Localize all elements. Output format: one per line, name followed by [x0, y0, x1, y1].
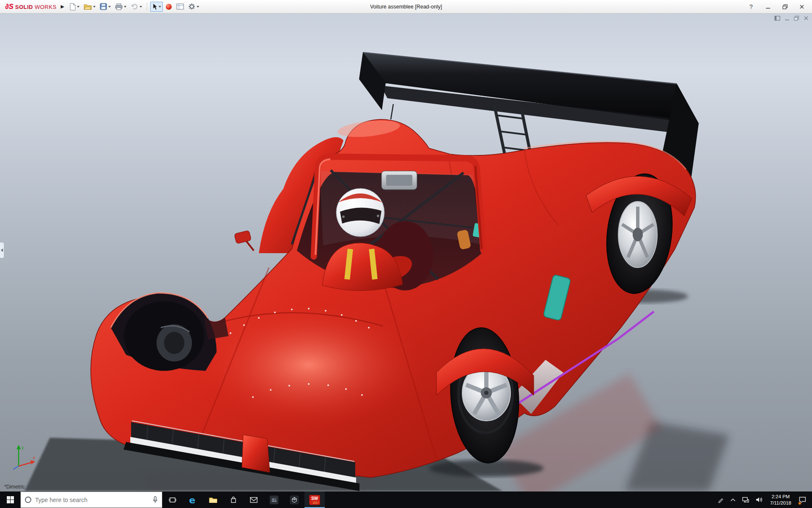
view-orientation-label: *Dimetric: [4, 484, 25, 490]
photos-button[interactable]: [264, 491, 284, 508]
side-mirror: [234, 230, 252, 244]
task-view-icon: [169, 497, 176, 503]
sw-badge-year: 2017: [313, 501, 319, 504]
network-tray-button[interactable]: [739, 491, 752, 508]
edge-button[interactable]: e: [183, 491, 203, 508]
start-button[interactable]: [0, 491, 20, 508]
orientation-triad: y x: [8, 442, 39, 472]
taskbar-search[interactable]: [20, 491, 162, 508]
graphics-viewport[interactable]: y x *Dimetric: [0, 14, 812, 491]
file-explorer-icon: [209, 497, 217, 503]
mail-button[interactable]: [244, 491, 264, 508]
svg-text:e: e: [189, 495, 195, 505]
drawing-sheet-icon: [176, 3, 184, 10]
save-button[interactable]: [98, 2, 112, 12]
standard-toolbar: [68, 2, 201, 12]
restore-icon: [782, 4, 788, 9]
print-button[interactable]: [113, 2, 128, 12]
select-caret-icon[interactable]: [159, 6, 161, 8]
toolbar-flyout-arrow[interactable]: ▶: [60, 4, 68, 9]
triad-x-label: x: [33, 456, 35, 460]
new-document-icon: [69, 3, 76, 11]
open-folder-icon: [84, 3, 92, 10]
options-button[interactable]: [187, 2, 201, 12]
minimize-document-icon[interactable]: [785, 16, 790, 21]
print-caret-icon[interactable]: [124, 6, 126, 8]
appearance-button[interactable]: [164, 2, 174, 12]
mail-envelope-icon: [250, 497, 258, 503]
document-window-controls: [774, 16, 809, 21]
model-canvas[interactable]: [0, 14, 812, 491]
open-caret-icon[interactable]: [93, 6, 96, 8]
triad-y-label: y: [22, 445, 24, 450]
network-icon: [742, 497, 749, 503]
clock-time: 2:24 PM: [770, 494, 791, 500]
undo-caret-icon[interactable]: [140, 6, 142, 8]
search-input[interactable]: [35, 497, 149, 503]
close-icon: [799, 4, 804, 9]
volume-icon: [756, 497, 763, 502]
collapse-arrow-icon: [1, 248, 3, 252]
pen-tray-button[interactable]: [714, 491, 727, 508]
undo-icon: [131, 3, 138, 10]
edge-icon: e: [188, 495, 198, 505]
minimize-button[interactable]: [760, 0, 776, 14]
solidworks-logo: ∂S SOLIDWORKS: [2, 3, 60, 11]
close-button[interactable]: [793, 0, 810, 14]
ds-logo-icon: ∂S: [5, 3, 14, 11]
save-caret-icon[interactable]: [108, 6, 111, 8]
photos-icon: [270, 496, 278, 504]
brand-works: WORKS: [35, 4, 57, 10]
save-floppy-icon: [100, 3, 107, 10]
minimize-icon: [765, 4, 771, 9]
window-controls: ?: [743, 0, 810, 14]
pen-icon: [718, 497, 724, 503]
toolbar-separator: [147, 3, 147, 11]
tray-overflow-button[interactable]: [727, 491, 739, 508]
windows-taskbar: e SW 2017: [0, 491, 812, 508]
new-document-button[interactable]: [68, 2, 81, 12]
options-caret-icon[interactable]: [197, 6, 199, 8]
solidworks-app-button[interactable]: SW 2017: [304, 491, 325, 508]
open-button[interactable]: [82, 2, 97, 12]
restore-document-icon[interactable]: [794, 16, 799, 21]
microphone-icon[interactable]: [153, 496, 158, 503]
solidworks-app-icon: SW 2017: [309, 495, 320, 505]
drawing-sheet-button[interactable]: [175, 2, 186, 12]
desktop: ∂S SOLIDWORKS ▶: [0, 0, 812, 508]
select-cursor-icon: [152, 3, 157, 11]
brand-solid: SOLID: [15, 4, 33, 10]
file-explorer-button[interactable]: [203, 491, 223, 508]
chevron-up-icon: [730, 498, 735, 502]
clock-date: 7/11/2018: [770, 500, 791, 506]
system-tray: 2:24 PM 7/11/2018: [714, 491, 812, 508]
help-button[interactable]: ?: [743, 0, 760, 14]
3d-viewer-icon: [290, 496, 299, 504]
cortana-icon: [25, 497, 31, 503]
action-center-button[interactable]: [796, 491, 812, 508]
document-title: Voiture assemblee [Read-only]: [370, 0, 442, 14]
new-caret-icon[interactable]: [77, 6, 80, 8]
windows-logo-icon: [7, 496, 14, 503]
notification-badge: [798, 502, 801, 505]
nose-center-fin: [242, 435, 270, 472]
appearance-sphere-icon: [165, 3, 172, 10]
app-titlebar: ∂S SOLIDWORKS ▶: [0, 0, 812, 14]
close-document-icon[interactable]: [804, 16, 809, 21]
3d-viewer-button[interactable]: [284, 491, 304, 508]
sw-badge-text: SW: [311, 496, 318, 501]
volume-tray-button[interactable]: [752, 491, 766, 508]
feature-manager-collapsed-tab[interactable]: [0, 242, 4, 258]
restore-button[interactable]: [776, 0, 793, 14]
select-tool-button[interactable]: [150, 2, 163, 12]
options-gear-icon: [188, 3, 195, 10]
taskbar-clock[interactable]: 2:24 PM 7/11/2018: [766, 494, 796, 506]
task-view-button[interactable]: [162, 491, 183, 508]
undo-button[interactable]: [129, 2, 144, 12]
store-button[interactable]: [223, 491, 244, 508]
dock-window-icon[interactable]: [774, 16, 780, 21]
store-bag-icon: [230, 496, 237, 503]
print-icon: [115, 3, 123, 10]
